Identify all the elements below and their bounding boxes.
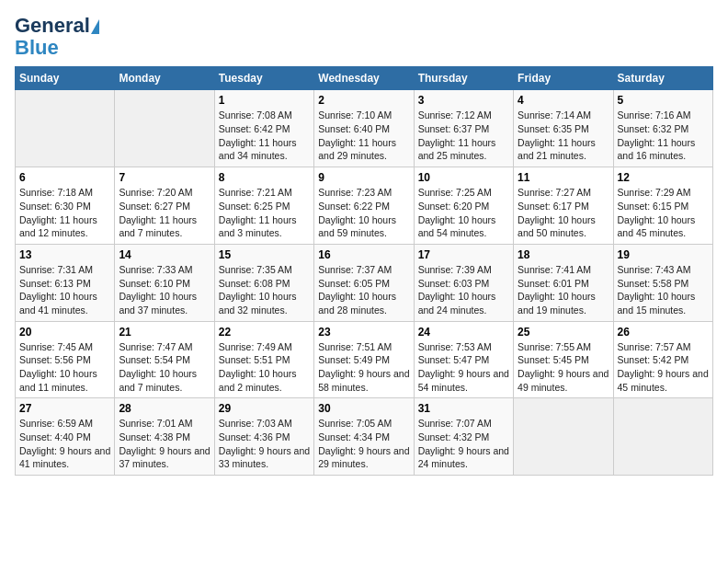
day-info: Sunrise: 7:27 AMSunset: 6:17 PMDaylight:… [518,187,596,238]
weekday-header-sunday: Sunday [16,67,115,90]
day-number: 27 [19,402,110,415]
day-number: 17 [418,248,509,261]
day-number: 2 [318,94,409,107]
day-info: Sunrise: 7:12 AMSunset: 6:37 PMDaylight:… [418,109,496,161]
day-number: 29 [219,402,310,415]
day-number: 23 [318,326,409,339]
calendar-cell: 6 Sunrise: 7:18 AMSunset: 6:30 PMDayligh… [16,167,115,245]
day-info: Sunrise: 7:37 AMSunset: 6:05 PMDaylight:… [318,264,396,316]
calendar-cell: 17 Sunrise: 7:39 AMSunset: 6:03 PMDaylig… [414,244,513,321]
day-info: Sunrise: 7:57 AMSunset: 5:42 PMDaylight:… [618,341,709,393]
logo-text: General [15,15,99,37]
day-info: Sunrise: 7:45 AMSunset: 5:56 PMDaylight:… [19,341,97,393]
calendar-cell: 21 Sunrise: 7:47 AMSunset: 5:54 PMDaylig… [115,321,214,398]
calendar-cell: 27 Sunrise: 6:59 AMSunset: 4:40 PMDaylig… [16,398,115,476]
day-info: Sunrise: 7:47 AMSunset: 5:54 PMDaylight:… [119,341,197,393]
day-info: Sunrise: 7:55 AMSunset: 5:45 PMDaylight:… [518,341,609,393]
calendar-cell: 22 Sunrise: 7:49 AMSunset: 5:51 PMDaylig… [214,321,313,398]
day-info: Sunrise: 7:23 AMSunset: 6:22 PMDaylight:… [318,187,396,238]
day-number: 20 [19,326,110,339]
day-info: Sunrise: 7:14 AMSunset: 6:35 PMDaylight:… [518,109,596,161]
day-info: Sunrise: 7:29 AMSunset: 6:15 PMDaylight:… [618,187,696,238]
day-info: Sunrise: 7:10 AMSunset: 6:40 PMDaylight:… [318,109,396,161]
calendar-cell: 10 Sunrise: 7:25 AMSunset: 6:20 PMDaylig… [414,167,513,245]
logo-blue-text: Blue [15,37,59,59]
calendar-week-row: 20 Sunrise: 7:45 AMSunset: 5:56 PMDaylig… [16,321,713,398]
calendar-cell: 23 Sunrise: 7:51 AMSunset: 5:49 PMDaylig… [314,321,414,398]
calendar-header: SundayMondayTuesdayWednesdayThursdayFrid… [16,67,713,90]
day-number: 15 [219,248,310,261]
day-number: 7 [119,171,210,184]
day-number: 24 [418,326,509,339]
weekday-header-tuesday: Tuesday [214,67,313,90]
weekday-header-monday: Monday [115,67,214,90]
day-info: Sunrise: 7:18 AMSunset: 6:30 PMDaylight:… [19,187,97,238]
day-number: 21 [119,326,210,339]
day-info: Sunrise: 7:20 AMSunset: 6:27 PMDaylight:… [119,187,197,238]
calendar-cell: 1 Sunrise: 7:08 AMSunset: 6:42 PMDayligh… [214,90,313,167]
calendar-cell: 24 Sunrise: 7:53 AMSunset: 5:47 PMDaylig… [414,321,513,398]
calendar-cell: 15 Sunrise: 7:35 AMSunset: 6:08 PMDaylig… [214,244,313,321]
calendar-cell: 26 Sunrise: 7:57 AMSunset: 5:42 PMDaylig… [613,321,712,398]
day-info: Sunrise: 7:49 AMSunset: 5:51 PMDaylight:… [219,341,297,393]
day-info: Sunrise: 7:01 AMSunset: 4:38 PMDaylight:… [119,418,210,469]
calendar-cell [613,398,712,476]
calendar-cell: 8 Sunrise: 7:21 AMSunset: 6:25 PMDayligh… [214,167,313,245]
day-info: Sunrise: 7:03 AMSunset: 4:36 PMDaylight:… [219,418,310,469]
calendar-week-row: 13 Sunrise: 7:31 AMSunset: 6:13 PMDaylig… [16,244,713,321]
calendar-cell: 30 Sunrise: 7:05 AMSunset: 4:34 PMDaylig… [314,398,414,476]
calendar-cell [115,90,214,167]
calendar-cell: 29 Sunrise: 7:03 AMSunset: 4:36 PMDaylig… [214,398,313,476]
day-number: 1 [219,94,310,107]
day-info: Sunrise: 7:25 AMSunset: 6:20 PMDaylight:… [418,187,496,238]
calendar-cell [16,90,115,167]
day-number: 16 [318,248,409,261]
weekday-header-thursday: Thursday [414,67,513,90]
day-info: Sunrise: 7:53 AMSunset: 5:47 PMDaylight:… [418,341,509,393]
weekday-header-friday: Friday [514,67,613,90]
calendar-cell: 4 Sunrise: 7:14 AMSunset: 6:35 PMDayligh… [514,90,613,167]
day-info: Sunrise: 7:35 AMSunset: 6:08 PMDaylight:… [219,264,297,316]
day-number: 11 [518,171,609,184]
calendar-cell: 31 Sunrise: 7:07 AMSunset: 4:32 PMDaylig… [414,398,513,476]
logo: General Blue [15,15,99,59]
weekday-header-wednesday: Wednesday [314,67,414,90]
calendar-cell: 2 Sunrise: 7:10 AMSunset: 6:40 PMDayligh… [314,90,414,167]
day-info: Sunrise: 7:07 AMSunset: 4:32 PMDaylight:… [418,418,509,469]
calendar-cell: 12 Sunrise: 7:29 AMSunset: 6:15 PMDaylig… [613,167,712,245]
day-number: 25 [518,326,609,339]
day-number: 9 [318,171,409,184]
day-info: Sunrise: 7:16 AMSunset: 6:32 PMDaylight:… [618,109,696,161]
day-number: 8 [219,171,310,184]
calendar-body: 1 Sunrise: 7:08 AMSunset: 6:42 PMDayligh… [16,90,713,476]
calendar-week-row: 6 Sunrise: 7:18 AMSunset: 6:30 PMDayligh… [16,167,713,245]
day-info: Sunrise: 7:05 AMSunset: 4:34 PMDaylight:… [318,418,409,469]
day-number: 18 [518,248,609,261]
day-number: 31 [418,402,509,415]
calendar-cell: 18 Sunrise: 7:41 AMSunset: 6:01 PMDaylig… [514,244,613,321]
calendar-week-row: 27 Sunrise: 6:59 AMSunset: 4:40 PMDaylig… [16,398,713,476]
day-number: 6 [19,171,110,184]
day-info: Sunrise: 7:33 AMSunset: 6:10 PMDaylight:… [119,264,197,316]
day-number: 13 [19,248,110,261]
calendar-cell: 11 Sunrise: 7:27 AMSunset: 6:17 PMDaylig… [514,167,613,245]
calendar-cell: 13 Sunrise: 7:31 AMSunset: 6:13 PMDaylig… [16,244,115,321]
day-info: Sunrise: 7:21 AMSunset: 6:25 PMDaylight:… [219,187,297,238]
calendar-cell: 5 Sunrise: 7:16 AMSunset: 6:32 PMDayligh… [613,90,712,167]
calendar-cell: 7 Sunrise: 7:20 AMSunset: 6:27 PMDayligh… [115,167,214,245]
calendar-cell: 19 Sunrise: 7:43 AMSunset: 5:58 PMDaylig… [613,244,712,321]
day-number: 19 [618,248,709,261]
day-number: 14 [119,248,210,261]
calendar-cell: 3 Sunrise: 7:12 AMSunset: 6:37 PMDayligh… [414,90,513,167]
day-number: 10 [418,171,509,184]
day-info: Sunrise: 7:41 AMSunset: 6:01 PMDaylight:… [518,264,596,316]
calendar-week-row: 1 Sunrise: 7:08 AMSunset: 6:42 PMDayligh… [16,90,713,167]
calendar-table: SundayMondayTuesdayWednesdayThursdayFrid… [15,66,713,476]
day-info: Sunrise: 7:51 AMSunset: 5:49 PMDaylight:… [318,341,409,393]
day-info: Sunrise: 7:39 AMSunset: 6:03 PMDaylight:… [418,264,496,316]
day-number: 26 [618,326,709,339]
calendar-cell: 28 Sunrise: 7:01 AMSunset: 4:38 PMDaylig… [115,398,214,476]
weekday-header-row: SundayMondayTuesdayWednesdayThursdayFrid… [16,67,713,90]
page-header: General Blue [15,15,713,59]
calendar-cell: 16 Sunrise: 7:37 AMSunset: 6:05 PMDaylig… [314,244,414,321]
